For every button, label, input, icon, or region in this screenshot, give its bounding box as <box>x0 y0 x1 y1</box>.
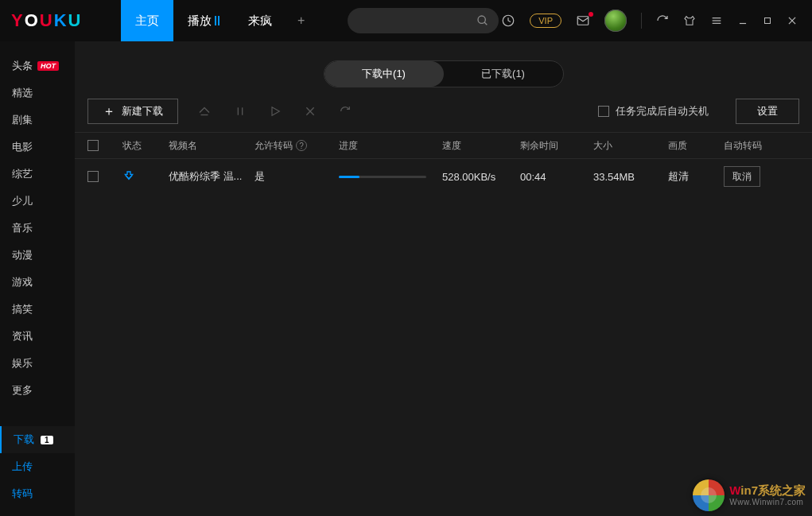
sidebar-item-yule[interactable]: 娱乐 <box>0 350 75 377</box>
svg-line-1 <box>484 22 487 25</box>
col-remain: 剩余时间 <box>520 139 593 153</box>
sidebar-item-jingxuan[interactable]: 精选 <box>0 80 75 107</box>
col-status: 状态 <box>122 139 169 153</box>
tab-downloading[interactable]: 下载中(1) <box>324 61 444 87</box>
sidebar-item-zixun[interactable]: 资讯 <box>0 323 75 350</box>
menu-icon[interactable] <box>710 14 723 27</box>
svg-point-0 <box>478 16 485 23</box>
sidebar-item-upload[interactable]: 上传 <box>0 453 75 480</box>
checkbox-icon <box>598 106 609 117</box>
sidebar-item-juji[interactable]: 剧集 <box>0 107 75 134</box>
add-tab-button[interactable]: + <box>286 14 316 28</box>
progress-fill <box>339 176 359 178</box>
plus-icon: ＋ <box>103 103 115 120</box>
col-allow: 允许转码 ? <box>254 139 339 153</box>
pause-icon <box>215 16 220 25</box>
sidebar-item-toutiao[interactable]: 头条 HOT <box>0 52 75 80</box>
col-auto: 自动转码 <box>724 139 771 153</box>
top-tabs: 主页 播放 来疯 + <box>121 0 316 41</box>
progress-bar <box>339 176 426 178</box>
sidebar-item-label: 头条 <box>12 59 33 73</box>
history-icon[interactable] <box>501 14 515 28</box>
sidebar-item-dianying[interactable]: 电影 <box>0 134 75 161</box>
row-size: 33.54MB <box>593 171 668 183</box>
notification-dot <box>589 12 593 17</box>
pause-all-icon[interactable] <box>231 102 250 121</box>
minimize-icon[interactable] <box>737 15 748 26</box>
sidebar-item-shaoer[interactable]: 少儿 <box>0 188 75 215</box>
col-quality: 画质 <box>668 139 724 153</box>
col-speed: 速度 <box>442 139 520 153</box>
new-download-label: 新建下载 <box>122 104 163 118</box>
refresh-icon[interactable] <box>656 14 669 27</box>
table-row[interactable]: 优酷粉综季 温... 是 528.00KB/s 00:44 33.54MB 超清… <box>75 159 812 194</box>
tab-play[interactable]: 播放 <box>173 0 234 41</box>
row-checkbox[interactable] <box>87 171 99 182</box>
search-input[interactable] <box>357 15 468 27</box>
sidebar: 头条 HOT 精选 剧集 电影 综艺 少儿 音乐 动漫 游戏 搞笑 资讯 娱乐 … <box>0 41 75 516</box>
auto-shutdown-checkbox[interactable]: 任务完成后自动关机 <box>598 104 709 118</box>
logo[interactable]: YOUKU <box>0 0 121 41</box>
mail-icon[interactable] <box>576 14 590 28</box>
main-area: 下载中(1) 已下载(1) ＋ 新建下载 任务完成后自动关机 设置 <box>75 41 812 516</box>
sidebar-item-youxi[interactable]: 游戏 <box>0 269 75 296</box>
watermark-logo-icon <box>693 479 725 511</box>
tab-laifeng[interactable]: 来疯 <box>234 0 286 41</box>
divider <box>641 13 642 29</box>
select-all-checkbox[interactable] <box>87 140 99 151</box>
search-icon[interactable] <box>476 14 489 27</box>
avatar[interactable] <box>604 10 627 32</box>
sidebar-item-download[interactable]: 下载 1 <box>0 426 75 453</box>
header-icons: VIP <box>501 0 812 41</box>
retry-icon[interactable] <box>336 102 355 121</box>
sidebar-item-yinyue[interactable]: 音乐 <box>0 215 75 242</box>
cancel-button[interactable]: 取消 <box>724 166 760 187</box>
close-icon[interactable] <box>787 15 798 26</box>
vip-badge[interactable]: VIP <box>530 14 561 28</box>
tab-downloaded[interactable]: 已下载(1) <box>444 61 563 87</box>
watermark: Win7系统之家 Www.Winwin7.com <box>693 479 806 511</box>
svg-rect-3 <box>577 17 589 25</box>
svg-marker-14 <box>272 107 279 116</box>
download-count-badge: 1 <box>41 436 53 444</box>
logo-text: YOUKU <box>11 10 82 31</box>
col-size: 大小 <box>593 139 668 153</box>
tab-home[interactable]: 主页 <box>121 0 173 41</box>
help-icon[interactable]: ? <box>296 140 307 151</box>
search-box[interactable] <box>348 8 499 33</box>
sidebar-item-label: 下载 <box>14 433 34 447</box>
header-bar: YOUKU 主页 播放 来疯 + VIP <box>0 0 812 41</box>
sidebar-item-zongyi[interactable]: 综艺 <box>0 161 75 188</box>
sidebar-item-gaoxiao[interactable]: 搞笑 <box>0 296 75 323</box>
auto-shutdown-label: 任务完成后自动关机 <box>616 104 709 118</box>
sidebar-item-dongman[interactable]: 动漫 <box>0 242 75 269</box>
col-name: 视频名 <box>169 139 254 153</box>
new-download-button[interactable]: ＋ 新建下载 <box>87 99 178 124</box>
watermark-url: Www.Winwin7.com <box>729 498 806 506</box>
row-remain: 00:44 <box>520 171 593 183</box>
svg-rect-8 <box>765 18 771 24</box>
segment-tabs: 下载中(1) 已下载(1) <box>75 41 812 87</box>
sidebar-item-transcode[interactable]: 转码 <box>0 480 75 507</box>
table-header: 状态 视频名 允许转码 ? 进度 速度 剩余时间 大小 画质 自动转码 <box>75 132 812 159</box>
tab-play-label: 播放 <box>188 14 212 29</box>
downloading-icon <box>122 170 169 183</box>
sidebar-item-gengduo[interactable]: 更多 <box>0 377 75 404</box>
skin-icon[interactable] <box>683 14 696 27</box>
hot-badge: HOT <box>37 61 59 71</box>
settings-button[interactable]: 设置 <box>736 99 799 124</box>
maximize-icon[interactable] <box>763 16 772 25</box>
row-speed: 528.00KB/s <box>442 171 520 183</box>
toolbar: ＋ 新建下载 任务完成后自动关机 设置 <box>75 87 812 132</box>
video-name: 优酷粉综季 温... <box>169 169 254 184</box>
start-all-icon[interactable] <box>266 102 285 121</box>
col-progress: 进度 <box>339 139 442 153</box>
delete-icon[interactable] <box>301 102 320 121</box>
open-folder-icon[interactable] <box>194 101 215 122</box>
allow-transcode: 是 <box>254 169 339 184</box>
watermark-title: Win7系统之家 <box>729 484 806 498</box>
row-quality: 超清 <box>668 169 724 184</box>
